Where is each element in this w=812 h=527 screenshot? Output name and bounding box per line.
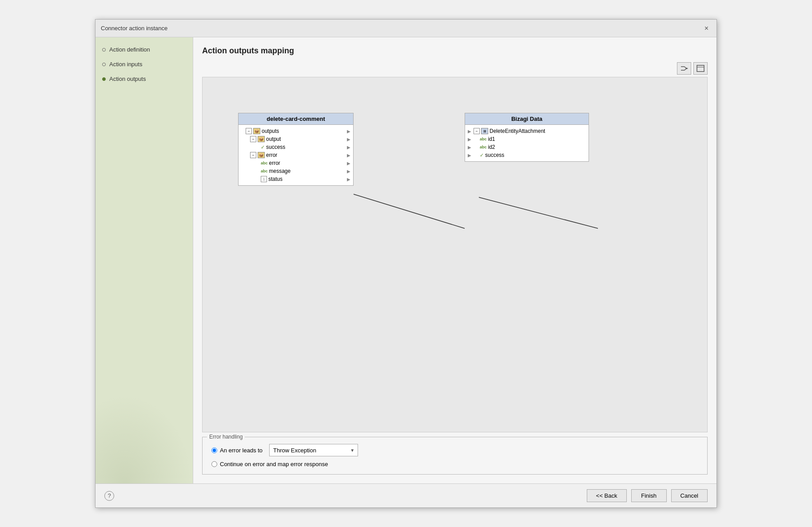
- radio-2-text: Continue on error and map error response: [220, 461, 328, 467]
- sidebar-item-action-definition[interactable]: Action definition: [102, 46, 186, 53]
- arrow-left-icon: ▶: [468, 153, 471, 158]
- svg-marker-4: [686, 68, 688, 69]
- item-label: message: [269, 168, 291, 174]
- grid-icon: ⊞: [481, 128, 488, 134]
- item-label: error: [266, 152, 277, 158]
- item-label: outputs: [262, 128, 279, 134]
- item-label: error: [269, 160, 280, 166]
- expand-icon[interactable]: −: [250, 152, 256, 158]
- sidebar-item-label: Action outputs: [109, 76, 146, 82]
- tree-item-success-right[interactable]: ▶ ✓ success: [465, 151, 589, 159]
- dialog-footer: ? << Back Finish Cancel: [96, 483, 716, 507]
- tree-item[interactable]: abc error ▶: [239, 159, 353, 167]
- sidebar: Action definition Action inputs Action o…: [96, 37, 193, 483]
- arrow-right-icon: ▶: [347, 161, 350, 166]
- tree-item[interactable]: ▶ abc id1: [465, 135, 589, 143]
- right-tree-box: Bizagi Data ▶ − ⊞ DeleteEntityAttachment…: [465, 113, 589, 162]
- left-tree-box: delete-card-comment − 📦 outputs ▶: [238, 113, 354, 186]
- expand-icon[interactable]: −: [474, 128, 480, 134]
- sidebar-item-action-outputs[interactable]: Action outputs: [102, 76, 186, 82]
- dialog-body: Action definition Action inputs Action o…: [96, 37, 716, 483]
- sidebar-item-label: Action definition: [109, 46, 150, 53]
- box-icon: 📦: [258, 152, 265, 158]
- arrow-left-icon: ▶: [468, 129, 471, 134]
- back-button[interactable]: << Back: [587, 489, 627, 502]
- item-label: DeleteEntityAttachment: [490, 128, 545, 134]
- sidebar-item-action-inputs[interactable]: Action inputs: [102, 61, 186, 68]
- error-action-dropdown[interactable]: Throw Exception Continue Stop: [269, 444, 358, 456]
- radio-error-leads-to[interactable]: [211, 447, 217, 453]
- arrow-right-icon: ▶: [347, 169, 350, 174]
- page-title: Action outputs mapping: [202, 46, 708, 56]
- box-icon: 📦: [258, 136, 265, 142]
- mapping-area: delete-card-comment − 📦 outputs ▶: [202, 77, 708, 432]
- arrow-right-icon: ▶: [347, 137, 350, 142]
- svg-line-2: [685, 68, 686, 70]
- arrow-left-icon: ▶: [468, 137, 471, 142]
- error-handling-legend: Error handling: [207, 434, 245, 440]
- error-row-2: Continue on error and map error response: [211, 461, 698, 467]
- abc-icon: abc: [261, 169, 268, 173]
- title-bar: Connector action instance ×: [96, 20, 716, 37]
- abc-icon: abc: [480, 145, 487, 149]
- item-label: id2: [488, 144, 495, 150]
- tree-item[interactable]: abc message ▶: [239, 167, 353, 175]
- map-icon: [680, 65, 688, 72]
- left-box-body: − 📦 outputs ▶ − 📦 output ▶: [239, 125, 353, 185]
- expand-icon[interactable]: −: [250, 136, 256, 142]
- num-icon: 1: [261, 176, 267, 182]
- item-label: success: [485, 152, 504, 158]
- right-box-header: Bizagi Data: [465, 113, 589, 125]
- main-content: Action outputs mapping: [193, 37, 716, 483]
- arrow-right-icon: ▶: [347, 129, 350, 134]
- radio-label-1[interactable]: An error leads to: [211, 447, 263, 454]
- box-icon: 📦: [253, 128, 260, 134]
- tree-item[interactable]: − 📦 error ▶: [239, 151, 353, 159]
- radio-1-text: An error leads to: [220, 447, 263, 454]
- dialog-title: Connector action instance: [101, 25, 167, 32]
- sidebar-dot: [102, 63, 106, 66]
- map-fields-button[interactable]: [677, 62, 691, 75]
- help-label: ?: [107, 492, 111, 499]
- svg-line-8: [354, 194, 465, 228]
- tree-item[interactable]: ▶ − ⊞ DeleteEntityAttachment: [465, 127, 589, 135]
- view-button[interactable]: [693, 62, 708, 75]
- radio-label-2[interactable]: Continue on error and map error response: [211, 461, 328, 467]
- sidebar-item-label: Action inputs: [109, 61, 142, 68]
- svg-line-7: [479, 197, 598, 228]
- sidebar-dot: [102, 77, 106, 81]
- item-label: status: [268, 176, 283, 182]
- left-box-header: delete-card-comment: [239, 113, 353, 125]
- arrow-left-icon: ▶: [468, 145, 471, 150]
- mapping-toolbar: [202, 62, 708, 75]
- arrow-right-icon: ▶: [347, 177, 350, 182]
- sidebar-dot: [102, 48, 106, 52]
- arrow-right-icon: ▶: [347, 145, 350, 150]
- right-box-body: ▶ − ⊞ DeleteEntityAttachment ▶ abc id1: [465, 125, 589, 161]
- tree-item[interactable]: − 📦 outputs ▶: [239, 127, 353, 135]
- check-icon: ✓: [261, 144, 265, 150]
- finish-button[interactable]: Finish: [631, 489, 667, 502]
- expand-icon[interactable]: −: [246, 128, 252, 134]
- close-button[interactable]: ×: [702, 24, 711, 33]
- tree-item[interactable]: − 📦 output ▶: [239, 135, 353, 143]
- arrow-right-icon: ▶: [347, 153, 350, 158]
- check-icon: ✓: [480, 152, 484, 158]
- item-label: id1: [488, 136, 495, 142]
- item-label: success: [266, 144, 285, 150]
- svg-rect-5: [697, 65, 704, 72]
- abc-icon: abc: [261, 161, 268, 165]
- error-handling: Error handling An error leads to Throw E…: [202, 437, 708, 475]
- abc-icon: abc: [480, 137, 487, 141]
- error-row-1: An error leads to Throw Exception Contin…: [211, 444, 698, 456]
- view-icon: [697, 65, 705, 72]
- tree-item[interactable]: 1 status ▶: [239, 175, 353, 183]
- dialog: Connector action instance × Action defin…: [95, 19, 717, 508]
- dropdown-wrapper: Throw Exception Continue Stop: [269, 444, 358, 456]
- cancel-button[interactable]: Cancel: [671, 489, 708, 502]
- radio-continue-on-error[interactable]: [211, 461, 217, 467]
- tree-item[interactable]: ▶ abc id2: [465, 143, 589, 151]
- tree-item-success-left[interactable]: ✓ success ▶: [239, 143, 353, 151]
- svg-line-1: [685, 67, 686, 68]
- help-button[interactable]: ?: [104, 491, 114, 501]
